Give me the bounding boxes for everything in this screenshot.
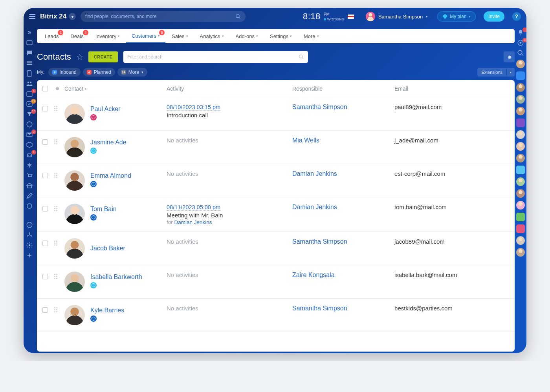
tasks-icon[interactable]: 71 (26, 100, 33, 108)
app-tile[interactable] (516, 166, 525, 174)
activity-date[interactable]: 08/11/2023 05:00 pm (167, 204, 220, 211)
contact-bubble[interactable] (516, 201, 525, 210)
responsible-person[interactable]: Damian Jenkins (292, 204, 337, 210)
doc-icon[interactable] (26, 70, 33, 77)
drag-handle-icon[interactable] (54, 307, 60, 313)
contact-email[interactable]: bestkids@parties.com (394, 305, 453, 312)
asterisk-icon[interactable] (26, 162, 33, 169)
star-icon[interactable] (77, 54, 83, 60)
contact-email[interactable]: est-corp@mail.com (394, 170, 445, 177)
drag-handle-icon[interactable] (54, 139, 60, 145)
contact-bubble[interactable] (516, 248, 525, 257)
contact-bubble[interactable] (516, 130, 525, 139)
drag-handle-icon[interactable] (54, 274, 60, 279)
arrows-icon[interactable] (26, 29, 33, 36)
plus-icon[interactable] (26, 252, 33, 259)
contact-name[interactable]: Tom Bain (90, 206, 117, 213)
contact-name[interactable]: Kyle Barnes (90, 307, 124, 314)
row-checkbox[interactable] (42, 173, 48, 178)
pencil-icon[interactable] (26, 192, 33, 199)
chip-planned[interactable]: 4Planned (83, 68, 115, 77)
global-search[interactable] (81, 11, 246, 22)
responsible-person[interactable]: Samantha Simpson (292, 104, 347, 110)
contact-avatar[interactable] (64, 238, 85, 259)
search-input[interactable] (85, 14, 232, 19)
copilot-icon[interactable]: 1 (517, 39, 524, 46)
contact-avatar[interactable] (64, 272, 85, 292)
menu-item-sales[interactable]: Sales▾ (166, 29, 194, 43)
app-tile[interactable] (516, 119, 525, 127)
contact-email[interactable]: j_ade@mail.com (394, 137, 438, 144)
contact-email[interactable]: jacob89@mail.com (394, 238, 445, 245)
col-email[interactable]: Email (394, 86, 408, 92)
responsible-person[interactable]: Zaire Kongsala (292, 272, 335, 278)
tray-icon[interactable] (26, 60, 33, 67)
table-settings[interactable] (54, 86, 64, 91)
contact-bubble[interactable] (516, 83, 525, 92)
contact-bubble[interactable] (516, 60, 525, 68)
row-checkbox[interactable] (42, 106, 48, 111)
contact-name[interactable]: Jacob Baker (90, 245, 125, 252)
invite-button[interactable]: Invite (484, 11, 504, 22)
app-tile[interactable] (516, 224, 525, 233)
filter-icon[interactable]: 10 (26, 111, 33, 118)
row-checkbox[interactable] (42, 307, 48, 313)
contact-email[interactable]: isabella.bark@mail.com (394, 272, 457, 278)
drag-handle-icon[interactable] (54, 241, 60, 246)
row-checkbox[interactable] (42, 206, 48, 211)
contact-avatar[interactable] (64, 137, 85, 157)
filter-search[interactable] (123, 51, 308, 63)
page-settings-button[interactable] (504, 51, 515, 62)
contact-email[interactable]: paul89@mail.com (394, 104, 442, 110)
app-tile[interactable] (516, 71, 525, 80)
drag-handle-icon[interactable] (54, 173, 60, 178)
my-plan-button[interactable]: My plan ▾ (437, 11, 476, 22)
tree-icon[interactable] (26, 232, 33, 239)
responsible-person[interactable]: Damian Jenkins (292, 170, 337, 177)
drag-handle-icon[interactable] (54, 206, 60, 211)
col-activity[interactable]: Activity (167, 86, 184, 92)
box-icon[interactable] (26, 141, 33, 148)
contact-avatar[interactable] (64, 305, 85, 325)
team-icon[interactable] (26, 80, 33, 87)
contact-bubble[interactable] (516, 154, 525, 162)
user-menu[interactable]: Samantha Simpson ▾ (366, 12, 428, 21)
chat-icon[interactable] (26, 49, 33, 57)
contact-bubble[interactable] (516, 177, 525, 186)
menu-item-settings[interactable]: Settings▾ (264, 29, 297, 43)
create-button[interactable]: CREATE (88, 51, 118, 62)
window-icon[interactable] (26, 39, 33, 46)
help-icon[interactable]: ? (26, 221, 33, 228)
contact-bubble[interactable] (516, 189, 525, 198)
contact-bubble[interactable] (516, 95, 525, 104)
responsible-person[interactable]: Samantha Simpson (292, 238, 347, 245)
activity-for-person[interactable]: Damian Jenkins (174, 219, 212, 225)
circle-icon[interactable] (26, 202, 33, 210)
row-checkbox[interactable] (42, 241, 48, 246)
help-button[interactable]: ? (512, 12, 521, 21)
menu-item-analytics[interactable]: Analytics▾ (194, 29, 229, 43)
contact-bubble[interactable] (516, 142, 525, 151)
row-checkbox[interactable] (42, 274, 48, 279)
contact-name[interactable]: Emma Almond (90, 172, 131, 179)
responsible-person[interactable]: Mia Wells (292, 137, 319, 144)
menu-item-leads[interactable]: Leads1 (39, 29, 64, 43)
robot-icon[interactable]: 1 (26, 151, 33, 159)
contact-name[interactable]: Isabella Barkworth (90, 273, 142, 281)
contact-bubble[interactable] (516, 107, 525, 115)
hamburger-icon[interactable] (29, 14, 35, 19)
menu-item-inventory[interactable]: Inventory▾ (90, 29, 125, 43)
gauge-icon[interactable] (26, 121, 33, 128)
app-tile[interactable] (516, 213, 525, 221)
contact-bubble[interactable] (516, 236, 525, 245)
cart-icon[interactable] (26, 172, 33, 179)
calendar-icon[interactable]: 1 (26, 90, 33, 97)
contact-email[interactable]: tom.bain@mail.com (394, 204, 447, 210)
sort-contact[interactable]: Contact▴ (64, 86, 86, 92)
bell-icon[interactable] (517, 29, 524, 36)
filter-input[interactable] (127, 54, 299, 60)
menu-item-customers[interactable]: Customers▾5 (126, 29, 165, 43)
bank-icon[interactable] (26, 182, 33, 189)
settings-icon[interactable] (26, 242, 33, 249)
chip-inbound[interactable]: 0Inbound (48, 68, 80, 77)
